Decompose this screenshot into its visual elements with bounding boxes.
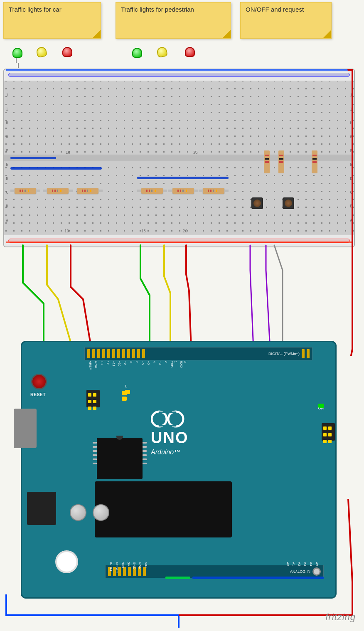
led-yellow-car — [37, 47, 47, 60]
sticky-note-car: Traffic lights for car — [3, 2, 101, 39]
svg-point-3 — [168, 412, 183, 426]
digital-pin-labels: AREF GND 13 12 ~11 ~10 ~9 8 7 ~6 ~5 4 ~3… — [89, 360, 310, 369]
power-jack — [27, 492, 56, 525]
arduino-infinity-icon — [151, 407, 188, 431]
tx-rx-area: TX RX — [122, 391, 127, 401]
sticky-note-onoff-label: ON/OFF and request — [246, 6, 304, 13]
usb-serial-chip — [95, 481, 232, 537]
analog-blue-bar — [192, 577, 324, 579]
microchip — [97, 438, 143, 479]
arduino-bottom-circle — [55, 550, 78, 573]
reset-button[interactable] — [31, 374, 47, 389]
arduino-board: RESET ICSP2 DIGITAL (PWM=~) AREF GND — [21, 341, 337, 599]
analog-pin-labels: IOREF RESET 3V3 5V GND GND VIN A0 A1 A2 … — [109, 562, 319, 569]
analog-green-bar — [165, 577, 190, 579]
button-onoff[interactable] — [251, 197, 263, 209]
led-green-car — [12, 48, 22, 61]
capacitor-1 — [70, 504, 86, 521]
icsp2-header: ICSP2 — [86, 390, 97, 395]
led-red-pedestrian — [185, 47, 195, 60]
capacitor-2 — [93, 504, 109, 521]
on-indicator-area: ON — [318, 404, 324, 411]
analog-label: ANALOG IN — [290, 569, 310, 574]
breadboard: JIHGFEDCBA JIHGFEDCBA — [3, 69, 355, 247]
reset-label: RESET — [30, 392, 46, 397]
arduino-logo-area: UNO Arduino™ — [151, 407, 188, 456]
digital-label: DIGITAL (PWM=~) — [268, 352, 300, 356]
l-indicator-area: L — [125, 382, 127, 389]
svg-point-2 — [152, 412, 167, 426]
fritzing-watermark: fritzing — [325, 612, 356, 623]
svg-rect-5 — [159, 425, 176, 426]
sticky-note-car-label: Traffic lights for car — [9, 6, 61, 13]
sticky-note-pedestrian: Traffic lights for pedestrian — [116, 2, 231, 39]
led-red-car — [62, 47, 72, 60]
button-request[interactable] — [283, 197, 294, 209]
sticky-note-onoff: ON/OFF and request — [240, 2, 332, 39]
digital-header: DIGITAL (PWM=~) — [84, 347, 312, 360]
icsp-header: ICSP 1 — [322, 423, 330, 432]
led-yellow-pedestrian — [157, 47, 167, 60]
sticky-note-pedestrian-label: Traffic lights for pedestrian — [121, 6, 194, 13]
led-green-pedestrian — [132, 48, 142, 61]
svg-rect-4 — [159, 412, 176, 413]
usb-connector — [14, 409, 37, 448]
